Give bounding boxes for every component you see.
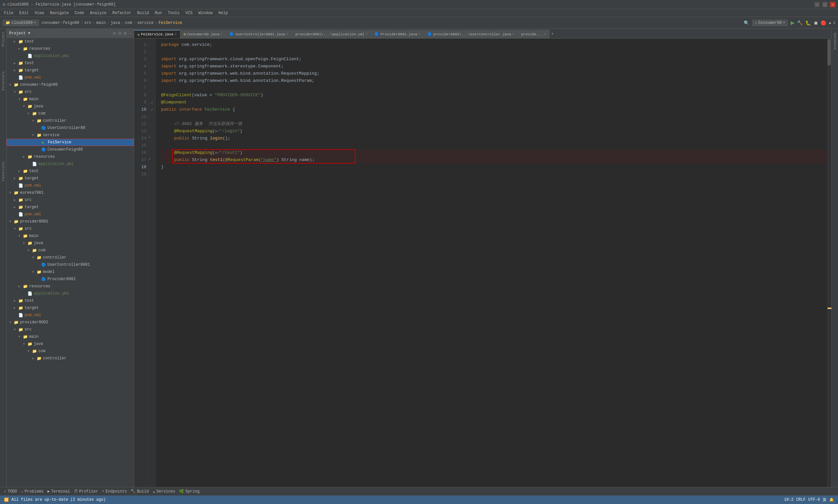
tabs-scroll-right[interactable]: › <box>550 31 555 36</box>
tree-item-main1[interactable]: ▼📁main <box>6 95 134 103</box>
tab-uc8001[interactable]: 🔵 UserController8001.java × <box>226 30 292 38</box>
tree-item-com2[interactable]: ▼📁com <box>6 247 134 254</box>
tree-item-test1[interactable]: ▶📁test <box>6 38 134 45</box>
scroll-thumb[interactable] <box>827 39 831 66</box>
tree-item-src4[interactable]: ▼📁src <box>6 326 134 333</box>
tree-item-test3[interactable]: ▶📁test <box>6 167 134 175</box>
structure-tab[interactable]: Structure <box>1 69 6 93</box>
bc-module[interactable]: consumer-feign80 <box>41 21 79 25</box>
menu-edit[interactable]: Edit <box>17 10 32 16</box>
line-separator[interactable]: CRLF <box>796 498 806 502</box>
charset[interactable]: UTF-8 <box>808 498 820 502</box>
tree-item-controller3[interactable]: ▶📁controller <box>6 355 134 362</box>
close-button[interactable]: × <box>830 2 835 7</box>
problems-button[interactable]: ⚠ Problems <box>20 489 45 494</box>
sync-button[interactable]: ⟳ <box>113 31 116 36</box>
tab-uc8002-close[interactable]: × <box>512 32 514 36</box>
tree-item-pomxml2[interactable]: 📄pom.xml <box>6 182 134 189</box>
tree-item-provider8001-class[interactable]: 🔵Provider8001 <box>6 275 134 283</box>
run-button[interactable]: ▶ <box>790 20 795 26</box>
bc-service[interactable]: service <box>137 21 154 25</box>
menu-code[interactable]: Code <box>72 10 87 16</box>
tab-provider8002[interactable]: 🔵 Provider8002.java × <box>371 30 424 38</box>
run-config-dropdown[interactable]: ⚙ Consumer80 ▼ <box>752 20 788 26</box>
tab-appyml8001-close[interactable]: × <box>365 32 368 36</box>
build-button[interactable]: 🔨 <box>797 20 803 25</box>
tree-item-service-folder[interactable]: ▼📁service <box>6 131 134 139</box>
tree-item-com1[interactable]: ▼📁com <box>6 110 134 117</box>
favorites-tab[interactable]: Favorites <box>1 159 6 184</box>
tree-item-consumer[interactable]: ▼📁consumer-feign80 <box>6 81 134 88</box>
tree-item-pomxml4[interactable]: 📄pom.xml <box>6 311 134 319</box>
tree-item-pomxml3[interactable]: 📄pom.xml <box>6 211 134 218</box>
tree-item-target2[interactable]: ▶📁target <box>6 175 134 182</box>
tree-item-consumerfeign80[interactable]: 🔵ConsumerFeign80 <box>6 146 134 153</box>
tree-item-target1[interactable]: ▶📁target <box>6 67 134 74</box>
tree-item-feiservice[interactable]: ◉ FeiService <box>6 139 134 146</box>
profiler-button[interactable]: ⏱ Profiler <box>73 489 100 494</box>
tree-item-com3[interactable]: ▼📁com <box>6 347 134 355</box>
tree-item-src3[interactable]: ▼📁src <box>6 225 134 232</box>
settings-button[interactable]: ⚙ <box>123 31 127 36</box>
tree-item-test2[interactable]: ▶📁test <box>6 59 134 67</box>
stop-red-button[interactable]: 🔴 <box>821 20 826 25</box>
tree-item-resources2[interactable]: ▶📁resources <box>6 153 134 160</box>
services-button[interactable]: ☁ Services <box>151 489 176 494</box>
todo-button[interactable]: ✓ TODO <box>3 489 18 494</box>
tree-item-java1[interactable]: ▼📁java <box>6 103 134 110</box>
tab-feiservice-close[interactable]: × <box>175 33 177 36</box>
menu-refactor[interactable]: Refactor <box>110 10 134 16</box>
tab-appyml8001[interactable]: provider8001\...\application.yml × <box>292 30 371 38</box>
menu-navigate[interactable]: Navigate <box>47 10 71 16</box>
code-content[interactable]: package com.service; import org.springfr… <box>156 39 832 487</box>
tree-item-test4[interactable]: ▶📁test <box>6 297 134 304</box>
tree-item-appyml2[interactable]: 📄application.yml <box>6 160 134 167</box>
menu-help[interactable]: Help <box>216 10 230 16</box>
maximize-button[interactable]: □ <box>822 2 827 7</box>
menu-vcs[interactable]: VCS <box>183 10 195 16</box>
bc-com[interactable]: com <box>125 21 132 25</box>
spring-button[interactable]: 🌿 Spring <box>178 489 201 494</box>
menu-file[interactable]: File <box>1 10 16 16</box>
tree-item-controller1[interactable]: ▼📁controller <box>6 117 134 124</box>
tree-item-pomxml1[interactable]: 📄pom.xml <box>6 74 134 81</box>
tree-item-provider8002[interactable]: ▼📁provider8002 <box>6 319 134 326</box>
database-tab[interactable]: Database <box>833 30 838 53</box>
menu-tools[interactable]: Tools <box>165 10 182 16</box>
menu-build[interactable]: Build <box>135 10 151 16</box>
search-everywhere-button[interactable]: 🔍 <box>744 20 749 25</box>
tree-item-java2[interactable]: ▼📁java <box>6 239 134 247</box>
scroll-track[interactable] <box>827 39 832 487</box>
minimize-button[interactable]: − <box>815 2 820 7</box>
project-tree[interactable]: ▶📁test ▶📁resources 📄application.yml ▶📁te… <box>6 38 134 487</box>
tab-uc8002[interactable]: 🔵 provider8002\...\UserController.java × <box>424 30 518 38</box>
tab-consumer80[interactable]: ⚙ Consumer80.java × <box>180 30 227 38</box>
tab-provider8002-close[interactable]: × <box>419 32 421 36</box>
collapse-all-button[interactable]: ⊟ <box>118 31 122 36</box>
project-dropdown[interactable]: 📁 cloud1009 ▼ <box>3 20 39 26</box>
menu-window[interactable]: Window <box>196 10 215 16</box>
debug-button[interactable]: 🐛 <box>805 20 811 25</box>
tree-item-resources3[interactable]: ▶📁resources <box>6 283 134 290</box>
build-panel-button[interactable]: 🔨 Build <box>129 489 150 494</box>
tree-item-target3[interactable]: ▶📁target <box>6 203 134 211</box>
tree-item-uc8001[interactable]: 🔵UserController8001 <box>6 261 134 268</box>
tree-item-target4[interactable]: ▶📁target <box>6 304 134 311</box>
tree-item-eureka[interactable]: ▼📁eureka7001 <box>6 189 134 196</box>
warning-count[interactable]: ▲ 2 <box>829 21 835 25</box>
tab-uc8001-close[interactable]: × <box>286 32 288 36</box>
bc-java[interactable]: java <box>111 21 120 25</box>
bc-main[interactable]: main <box>96 21 106 25</box>
tree-item-appyml1[interactable]: 📄application.yml <box>6 52 134 59</box>
tab-feiservice[interactable]: ◉ FeiService.java × <box>134 30 180 38</box>
menu-view[interactable]: View <box>32 10 47 16</box>
tree-item-java3[interactable]: ▼📁java <box>6 340 134 347</box>
tree-item-controller2[interactable]: ▼📁controller <box>6 254 134 261</box>
tree-item-src2[interactable]: ▶📁src <box>6 196 134 203</box>
bc-src[interactable]: src <box>84 21 91 25</box>
menu-analyze[interactable]: Analyze <box>87 10 109 16</box>
tree-item-appyml3[interactable]: 📄application.yml <box>6 290 134 297</box>
tree-item-uc80[interactable]: 🔵UserController80 <box>6 124 134 131</box>
menu-run[interactable]: Run <box>152 10 165 16</box>
cursor-position[interactable]: 18:2 <box>784 498 794 502</box>
